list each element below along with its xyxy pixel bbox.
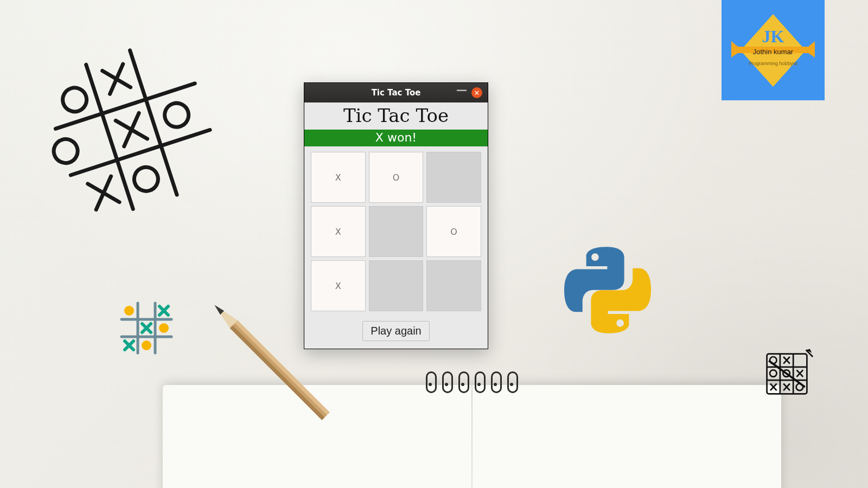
author-badge: JK Jothin kumar Programming hobbyist bbox=[722, 0, 825, 100]
window-title: Tic Tac Toe bbox=[372, 88, 421, 98]
board-cell-7[interactable] bbox=[369, 260, 424, 311]
svg-point-26 bbox=[142, 341, 151, 350]
board-cell-3[interactable]: X bbox=[311, 206, 366, 257]
svg-point-13 bbox=[131, 164, 161, 194]
board-cell-1[interactable]: O bbox=[369, 152, 424, 203]
game-window: Tic Tac Toe — ✕ Tic Tac Toe X won! XOXOX… bbox=[304, 82, 488, 349]
svg-point-10 bbox=[162, 100, 192, 130]
ttt-line-icon bbox=[765, 347, 814, 396]
badge-initials: JK bbox=[762, 27, 784, 46]
svg-line-9 bbox=[116, 113, 147, 146]
game-board: XOXOX bbox=[304, 146, 488, 316]
svg-line-12 bbox=[88, 176, 119, 209]
board-cell-6[interactable]: X bbox=[311, 260, 366, 311]
svg-point-18 bbox=[124, 306, 134, 316]
minimize-icon[interactable]: — bbox=[456, 89, 464, 91]
game-heading: Tic Tac Toe bbox=[304, 102, 488, 130]
svg-point-23 bbox=[159, 323, 169, 333]
close-icon[interactable]: ✕ bbox=[471, 87, 482, 98]
board-cell-0[interactable]: X bbox=[311, 152, 366, 203]
board-cell-8[interactable] bbox=[426, 260, 481, 311]
badge-tagline: Programming hobbyist bbox=[749, 61, 798, 66]
python-logo-icon bbox=[564, 247, 651, 333]
board-cell-5[interactable]: O bbox=[426, 206, 481, 257]
svg-point-7 bbox=[50, 136, 80, 166]
svg-line-5 bbox=[103, 64, 131, 94]
svg-marker-30 bbox=[210, 301, 237, 328]
hand-drawn-ttt-sketch bbox=[43, 43, 217, 217]
board-cell-2[interactable] bbox=[426, 152, 481, 203]
board-cell-4[interactable] bbox=[369, 206, 424, 257]
play-again-button[interactable]: Play again bbox=[362, 321, 429, 341]
svg-line-2 bbox=[55, 84, 195, 129]
mini-ttt-icon bbox=[119, 301, 174, 355]
notebook bbox=[163, 374, 781, 488]
svg-point-40 bbox=[770, 370, 777, 377]
svg-marker-31 bbox=[213, 303, 224, 314]
svg-point-6 bbox=[60, 85, 90, 114]
status-banner: X won! bbox=[304, 130, 488, 146]
badge-name: Jothin kumar bbox=[753, 48, 794, 56]
window-titlebar[interactable]: Tic Tac Toe — ✕ bbox=[304, 83, 488, 102]
